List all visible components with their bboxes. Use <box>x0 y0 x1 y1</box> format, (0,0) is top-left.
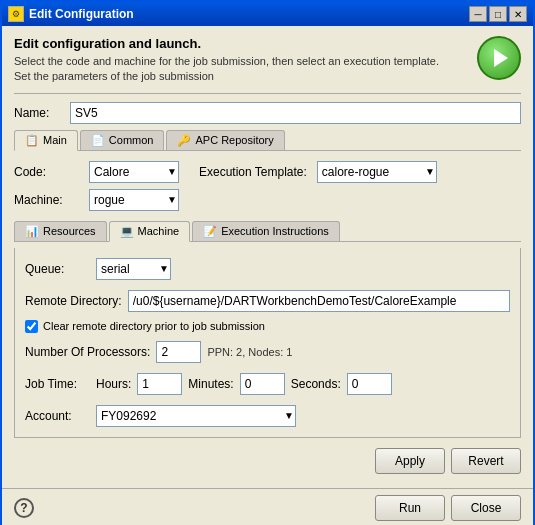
close-button[interactable]: Close <box>451 495 521 521</box>
apc-tab-icon: 🔑 <box>177 134 191 147</box>
tab-apc[interactable]: 🔑 APC Repository <box>166 130 284 150</box>
footer-buttons: Run Close <box>375 495 521 521</box>
hours-label: Hours: <box>96 377 131 391</box>
clear-dir-label: Clear remote directory prior to job subm… <box>43 320 265 332</box>
name-label: Name: <box>14 106 64 120</box>
machine-tab-label: Machine <box>138 225 180 237</box>
minimize-button[interactable]: ─ <box>469 6 487 22</box>
exec-template-select[interactable]: calore-rogue <box>317 161 437 183</box>
header-section: Edit configuration and launch. Select th… <box>14 36 521 85</box>
resources-tab-label: Resources <box>43 225 96 237</box>
header-title: Edit configuration and launch. <box>14 36 467 51</box>
code-machine-row: Code: Calore ▼ Execution Template: calor… <box>14 161 521 183</box>
inner-tabs: 📊 Resources 💻 Machine 📝 Execution Instru… <box>14 221 521 242</box>
job-time-row: Job Time: Hours: Minutes: Seconds: <box>25 373 510 395</box>
title-bar-left: ⚙ Edit Configuration <box>8 6 134 22</box>
queue-select[interactable]: serial <box>96 258 171 280</box>
title-bar: ⚙ Edit Configuration ─ □ ✕ <box>2 2 533 26</box>
queue-row: Queue: serial ▼ <box>25 258 510 280</box>
common-tab-icon: 📄 <box>91 134 105 147</box>
main-tab-label: Main <box>43 134 67 146</box>
account-select[interactable]: FY092692 <box>96 405 296 427</box>
common-tab-label: Common <box>109 134 154 146</box>
play-icon <box>494 49 508 67</box>
header-text: Edit configuration and launch. Select th… <box>14 36 467 85</box>
launch-button[interactable] <box>477 36 521 80</box>
header-subtitle-2: Set the parameters of the job submission <box>14 69 467 84</box>
tab-resources[interactable]: 📊 Resources <box>14 221 107 241</box>
revert-button[interactable]: Revert <box>451 448 521 474</box>
run-button[interactable]: Run <box>375 495 445 521</box>
hours-input[interactable] <box>137 373 182 395</box>
exec-template-select-wrap: calore-rogue ▼ <box>317 161 437 183</box>
machine-panel: Queue: serial ▼ Remote Directory: Clear … <box>14 248 521 438</box>
name-input[interactable] <box>70 102 521 124</box>
main-tabs: 📋 Main 📄 Common 🔑 APC Repository <box>14 130 521 151</box>
divider <box>14 93 521 94</box>
machine-select-wrap: rogue ▼ <box>89 189 179 211</box>
window-title: Edit Configuration <box>29 7 134 21</box>
help-button[interactable]: ? <box>14 498 34 518</box>
machine-select[interactable]: rogue <box>89 189 179 211</box>
machine-label: Machine: <box>14 193 79 207</box>
queue-label: Queue: <box>25 262 90 276</box>
exec-template-label: Execution Template: <box>199 165 307 179</box>
apply-button[interactable]: Apply <box>375 448 445 474</box>
code-label: Code: <box>14 165 79 179</box>
resources-tab-icon: 📊 <box>25 225 39 238</box>
name-row: Name: <box>14 102 521 124</box>
exec-tab-label: Execution Instructions <box>221 225 329 237</box>
main-content: Edit configuration and launch. Select th… <box>2 26 533 488</box>
clear-dir-row: Clear remote directory prior to job subm… <box>25 320 510 333</box>
tab-exec-instructions[interactable]: 📝 Execution Instructions <box>192 221 340 241</box>
apply-revert-buttons: Apply Revert <box>14 444 521 478</box>
account-label: Account: <box>25 409 90 423</box>
num-processors-row: Number Of Processors: PPN: 2, Nodes: 1 <box>25 341 510 363</box>
close-button[interactable]: ✕ <box>509 6 527 22</box>
main-tab-icon: 📋 <box>25 134 39 147</box>
queue-select-wrap: serial ▼ <box>96 258 171 280</box>
num-processors-label: Number Of Processors: <box>25 345 150 359</box>
remote-dir-label: Remote Directory: <box>25 294 122 308</box>
account-select-wrap: FY092692 ▼ <box>96 405 296 427</box>
apc-tab-label: APC Repository <box>195 134 273 146</box>
window-icon: ⚙ <box>8 6 24 22</box>
num-processors-input[interactable] <box>156 341 201 363</box>
minutes-input[interactable] <box>240 373 285 395</box>
seconds-label: Seconds: <box>291 377 341 391</box>
ppn-label: PPN: 2, Nodes: 1 <box>207 346 292 358</box>
code-select-wrap: Calore ▼ <box>89 161 179 183</box>
header-subtitle-1: Select the code and machine for the job … <box>14 54 467 69</box>
minutes-label: Minutes: <box>188 377 233 391</box>
tab-machine[interactable]: 💻 Machine <box>109 221 191 242</box>
job-time-label: Job Time: <box>25 377 90 391</box>
title-buttons: ─ □ ✕ <box>469 6 527 22</box>
account-row: Account: FY092692 ▼ <box>25 405 510 427</box>
machine-tab-icon: 💻 <box>120 225 134 238</box>
remote-dir-input[interactable] <box>128 290 510 312</box>
remote-dir-row: Remote Directory: <box>25 290 510 312</box>
tab-main[interactable]: 📋 Main <box>14 130 78 151</box>
code-select[interactable]: Calore <box>89 161 179 183</box>
seconds-input[interactable] <box>347 373 392 395</box>
exec-tab-icon: 📝 <box>203 225 217 238</box>
clear-dir-checkbox[interactable] <box>25 320 38 333</box>
footer: ? Run Close <box>2 488 533 525</box>
tab-common[interactable]: 📄 Common <box>80 130 165 150</box>
maximize-button[interactable]: □ <box>489 6 507 22</box>
window: ⚙ Edit Configuration ─ □ ✕ Edit configur… <box>0 0 535 525</box>
machine-row: Machine: rogue ▼ <box>14 189 521 211</box>
